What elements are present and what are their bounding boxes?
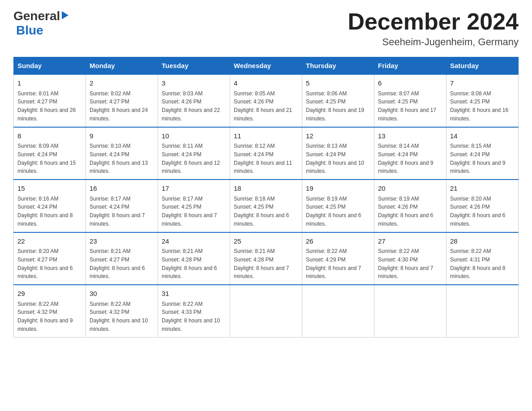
day-info: Sunrise: 8:22 AMSunset: 4:33 PMDaylight:… — [162, 301, 220, 332]
day-info: Sunrise: 8:20 AMSunset: 4:26 PMDaylight:… — [450, 196, 505, 227]
table-row: 14 Sunrise: 8:15 AMSunset: 4:24 PMDaylig… — [446, 127, 519, 180]
day-number: 13 — [378, 131, 442, 141]
day-number: 24 — [162, 236, 226, 247]
calendar-week-row: 29 Sunrise: 8:22 AMSunset: 4:32 PMDaylig… — [14, 285, 519, 337]
table-row: 19 Sunrise: 8:19 AMSunset: 4:25 PMDaylig… — [302, 180, 374, 232]
day-info: Sunrise: 8:21 AMSunset: 4:28 PMDaylight:… — [162, 248, 217, 279]
table-row: 1 Sunrise: 8:01 AMSunset: 4:27 PMDayligh… — [14, 74, 86, 127]
day-number: 16 — [90, 184, 154, 194]
day-number: 1 — [17, 78, 82, 89]
day-number: 9 — [90, 131, 154, 141]
day-info: Sunrise: 8:19 AMSunset: 4:25 PMDaylight:… — [306, 196, 361, 227]
col-wednesday: Wednesday — [230, 57, 302, 75]
day-info: Sunrise: 8:05 AMSunset: 4:26 PMDaylight:… — [234, 90, 292, 122]
table-row: 15 Sunrise: 8:16 AMSunset: 4:24 PMDaylig… — [14, 180, 86, 232]
day-info: Sunrise: 8:11 AMSunset: 4:24 PMDaylight:… — [162, 143, 220, 174]
day-number: 25 — [234, 236, 298, 247]
logo: General Blue — [13, 9, 69, 38]
day-number: 8 — [17, 131, 82, 141]
day-number: 12 — [306, 131, 370, 141]
day-info: Sunrise: 8:17 AMSunset: 4:25 PMDaylight:… — [162, 196, 217, 227]
table-row: 30 Sunrise: 8:22 AMSunset: 4:32 PMDaylig… — [86, 285, 158, 337]
day-number: 2 — [90, 78, 154, 89]
table-row: 24 Sunrise: 8:21 AMSunset: 4:28 PMDaylig… — [158, 232, 230, 285]
col-saturday: Saturday — [446, 57, 519, 75]
table-row: 29 Sunrise: 8:22 AMSunset: 4:32 PMDaylig… — [14, 285, 86, 337]
day-number: 5 — [306, 78, 370, 89]
table-row: 13 Sunrise: 8:14 AMSunset: 4:24 PMDaylig… — [374, 127, 446, 180]
day-info: Sunrise: 8:13 AMSunset: 4:24 PMDaylight:… — [306, 143, 364, 174]
day-number: 3 — [162, 78, 226, 89]
logo-text-general: General — [13, 9, 60, 23]
day-number: 21 — [450, 184, 515, 194]
col-sunday: Sunday — [14, 57, 86, 75]
table-row: 17 Sunrise: 8:17 AMSunset: 4:25 PMDaylig… — [158, 180, 230, 232]
table-row: 31 Sunrise: 8:22 AMSunset: 4:33 PMDaylig… — [158, 285, 230, 337]
table-row: 4 Sunrise: 8:05 AMSunset: 4:26 PMDayligh… — [230, 74, 302, 127]
day-info: Sunrise: 8:19 AMSunset: 4:26 PMDaylight:… — [378, 196, 433, 227]
title-section: December 2024 Seeheim-Jugenheim, Germany — [348, 9, 519, 48]
table-row: 6 Sunrise: 8:07 AMSunset: 4:25 PMDayligh… — [374, 74, 446, 127]
table-row: 23 Sunrise: 8:21 AMSunset: 4:27 PMDaylig… — [86, 232, 158, 285]
day-number: 30 — [90, 289, 154, 299]
day-info: Sunrise: 8:02 AMSunset: 4:27 PMDaylight:… — [90, 90, 148, 122]
table-row: 18 Sunrise: 8:18 AMSunset: 4:25 PMDaylig… — [230, 180, 302, 232]
day-number: 26 — [306, 236, 370, 247]
day-info: Sunrise: 8:18 AMSunset: 4:25 PMDaylight:… — [234, 196, 289, 227]
day-number: 10 — [162, 131, 226, 141]
day-info: Sunrise: 8:22 AMSunset: 4:30 PMDaylight:… — [378, 248, 433, 279]
logo-text-blue: Blue — [16, 23, 43, 38]
table-row: 16 Sunrise: 8:17 AMSunset: 4:24 PMDaylig… — [86, 180, 158, 232]
col-tuesday: Tuesday — [158, 57, 230, 75]
table-row: 11 Sunrise: 8:12 AMSunset: 4:24 PMDaylig… — [230, 127, 302, 180]
table-row: 12 Sunrise: 8:13 AMSunset: 4:24 PMDaylig… — [302, 127, 374, 180]
page-header: General Blue December 2024 Seeheim-Jugen… — [13, 9, 519, 48]
day-info: Sunrise: 8:07 AMSunset: 4:25 PMDaylight:… — [378, 90, 436, 122]
day-info: Sunrise: 8:03 AMSunset: 4:26 PMDaylight:… — [162, 90, 220, 122]
day-info: Sunrise: 8:22 AMSunset: 4:29 PMDaylight:… — [306, 248, 361, 279]
calendar-week-row: 1 Sunrise: 8:01 AMSunset: 4:27 PMDayligh… — [14, 74, 519, 127]
day-number: 29 — [17, 289, 82, 299]
calendar-week-row: 22 Sunrise: 8:20 AMSunset: 4:27 PMDaylig… — [14, 232, 519, 285]
day-number: 14 — [450, 131, 515, 141]
table-row — [302, 285, 374, 337]
table-row — [446, 285, 519, 337]
day-number: 20 — [378, 184, 442, 194]
calendar-table: Sunday Monday Tuesday Wednesday Thursday… — [13, 57, 519, 338]
table-row: 8 Sunrise: 8:09 AMSunset: 4:24 PMDayligh… — [14, 127, 86, 180]
table-row: 22 Sunrise: 8:20 AMSunset: 4:27 PMDaylig… — [14, 232, 86, 285]
table-row: 9 Sunrise: 8:10 AMSunset: 4:24 PMDayligh… — [86, 127, 158, 180]
day-info: Sunrise: 8:20 AMSunset: 4:27 PMDaylight:… — [17, 248, 73, 279]
table-row: 10 Sunrise: 8:11 AMSunset: 4:24 PMDaylig… — [158, 127, 230, 180]
day-number: 19 — [306, 184, 370, 194]
day-info: Sunrise: 8:15 AMSunset: 4:24 PMDaylight:… — [450, 143, 505, 174]
day-number: 22 — [17, 236, 82, 247]
day-info: Sunrise: 8:09 AMSunset: 4:24 PMDaylight:… — [17, 143, 76, 174]
calendar-subtitle: Seeheim-Jugenheim, Germany — [348, 36, 519, 48]
table-row: 5 Sunrise: 8:06 AMSunset: 4:25 PMDayligh… — [302, 74, 374, 127]
table-row: 27 Sunrise: 8:22 AMSunset: 4:30 PMDaylig… — [374, 232, 446, 285]
day-number: 6 — [378, 78, 442, 89]
day-number: 17 — [162, 184, 226, 194]
day-info: Sunrise: 8:21 AMSunset: 4:27 PMDaylight:… — [90, 248, 145, 279]
day-info: Sunrise: 8:21 AMSunset: 4:28 PMDaylight:… — [234, 248, 289, 279]
day-info: Sunrise: 8:14 AMSunset: 4:24 PMDaylight:… — [378, 143, 433, 174]
calendar-header-row: Sunday Monday Tuesday Wednesday Thursday… — [14, 57, 519, 75]
calendar-week-row: 8 Sunrise: 8:09 AMSunset: 4:24 PMDayligh… — [14, 127, 519, 180]
day-number: 23 — [90, 236, 154, 247]
day-info: Sunrise: 8:06 AMSunset: 4:25 PMDaylight:… — [306, 90, 364, 122]
day-number: 7 — [450, 78, 515, 89]
calendar-week-row: 15 Sunrise: 8:16 AMSunset: 4:24 PMDaylig… — [14, 180, 519, 232]
day-number: 31 — [162, 289, 226, 299]
table-row: 28 Sunrise: 8:22 AMSunset: 4:31 PMDaylig… — [446, 232, 519, 285]
calendar-title: December 2024 — [348, 9, 519, 34]
day-info: Sunrise: 8:16 AMSunset: 4:24 PMDaylight:… — [17, 196, 73, 227]
logo-arrow-icon — [62, 11, 69, 19]
table-row: 21 Sunrise: 8:20 AMSunset: 4:26 PMDaylig… — [446, 180, 519, 232]
col-monday: Monday — [86, 57, 158, 75]
table-row — [374, 285, 446, 337]
day-info: Sunrise: 8:22 AMSunset: 4:32 PMDaylight:… — [90, 301, 148, 332]
day-number: 28 — [450, 236, 515, 247]
day-info: Sunrise: 8:22 AMSunset: 4:31 PMDaylight:… — [450, 248, 505, 279]
col-thursday: Thursday — [302, 57, 374, 75]
